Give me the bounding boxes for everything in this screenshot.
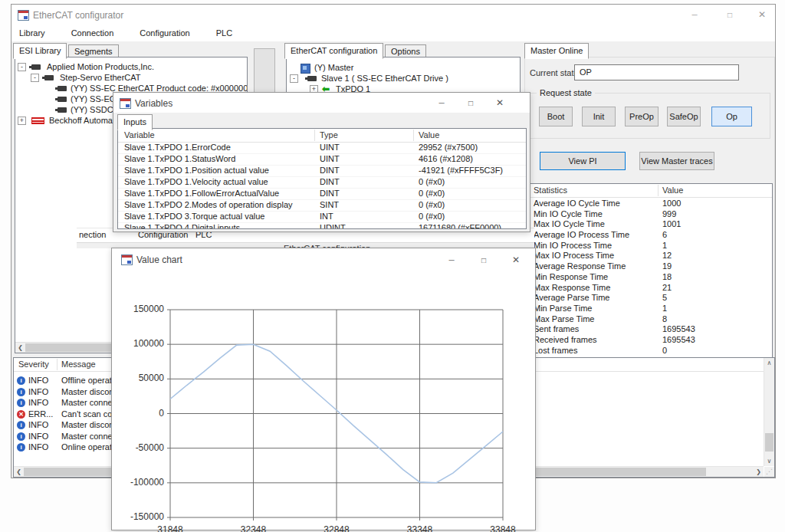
variable-row[interactable]: Slave 1.TxPDO 1.ErrorCodeUINT29952 (#x75… [118, 143, 526, 154]
log-vscrollbar[interactable]: ∧ ∨ [764, 358, 774, 466]
value-chart-window: Value chart ─ □ ✕ 150000100000500000-500… [111, 248, 536, 530]
maximize-icon[interactable]: □ [720, 8, 740, 22]
collapse-icon[interactable]: - [290, 74, 298, 83]
statistics-row[interactable]: Average Response Time19 [527, 261, 772, 272]
menu-item-configuration[interactable]: Configuration [132, 25, 197, 38]
collapse-icon[interactable]: - [18, 63, 26, 71]
minimize-icon[interactable]: ─ [432, 96, 452, 110]
column-divider[interactable] [314, 130, 315, 141]
message-col-header[interactable]: Message [61, 360, 96, 369]
severity-col-header[interactable]: Severity [18, 360, 49, 369]
tab-inputs[interactable]: Inputs [117, 114, 153, 130]
tree-item[interactable]: -Applied Motion Products,Inc. [15, 61, 247, 72]
minimize-icon[interactable]: ─ [685, 8, 705, 22]
scroll-left-icon[interactable]: ❮ [14, 467, 24, 477]
boot-state-button[interactable]: Boot [539, 107, 573, 126]
maximize-icon[interactable]: □ [474, 253, 494, 268]
close-icon[interactable]: ✕ [752, 8, 772, 22]
view-pi-button[interactable]: View PI [540, 152, 626, 170]
minimize-icon[interactable]: ─ [442, 253, 461, 268]
statistics-row[interactable]: Average Parse Time5 [527, 293, 772, 304]
variable-row[interactable]: Slave 1.TxPDO 4.Digital inputsUDINT16711… [118, 223, 526, 229]
statistics-row[interactable]: Sent frames1695543 [527, 324, 772, 335]
column-divider[interactable] [658, 185, 659, 196]
stat-label: Received frames [534, 335, 597, 344]
y-tick-label: -100000 [115, 477, 164, 488]
statistics-row[interactable]: Average IO Process Time6 [527, 230, 772, 241]
tab-esi-library[interactable]: ESI Library [13, 43, 67, 59]
view-master-traces-button[interactable]: View Master traces [639, 152, 714, 170]
statistics-row[interactable]: Min Parse Time1 [527, 304, 772, 314]
stat-label: Max Parse Time [534, 314, 594, 323]
tree-item[interactable]: -Slave 1 ( SS-EC EtherCAT Drive ) [287, 73, 520, 84]
statistics-col-header[interactable]: Statistics [534, 186, 567, 195]
background-menu-item[interactable]: nection [79, 230, 106, 239]
variable-value: 16711680 (#xFF0000) [419, 223, 501, 229]
variable-row[interactable]: Slave 1.TxPDO 1.FollowErrorActualValueDI… [118, 189, 526, 200]
main-titlebar[interactable]: EtherCAT configurator ─ □ ✕ [11, 5, 775, 25]
variable-name: Slave 1.TxPDO 1.FollowErrorActualValue [124, 189, 279, 198]
statistics-row[interactable]: Max Response Time21 [527, 283, 772, 294]
variable-row[interactable]: Slave 1.TxPDO 1.StatusWordUINT4616 (#x12… [118, 154, 526, 166]
statistics-row[interactable]: Received frames1695543 [527, 335, 772, 346]
app-icon [120, 98, 131, 109]
statistics-row[interactable]: Max IO Process Time12 [527, 251, 772, 261]
op-state-button[interactable]: Op [711, 107, 752, 126]
preop-state-button[interactable]: PreOp [625, 107, 659, 126]
value-col-header[interactable]: Value [662, 186, 683, 195]
log-severity: INFO [28, 442, 48, 452]
scroll-right-icon[interactable]: ❯ [754, 467, 764, 477]
tab-master-online[interactable]: Master Online [524, 43, 589, 59]
maximize-icon[interactable]: □ [461, 96, 481, 110]
scroll-down-icon[interactable]: ∨ [764, 456, 774, 466]
type-col-header[interactable]: Type [320, 130, 338, 140]
close-icon[interactable]: ✕ [506, 253, 526, 268]
statistics-row[interactable]: Min IO Process Time1 [527, 241, 772, 251]
log-severity: ERR... [28, 409, 53, 419]
variables-titlebar[interactable]: Variables ─ □ ✕ [113, 93, 530, 113]
menu-item-library[interactable]: Library [11, 25, 53, 38]
statistics-row[interactable]: Min Response Time18 [527, 272, 772, 283]
x-tick-label: 33348 [397, 524, 443, 532]
variable-col-header[interactable]: Variable [124, 130, 155, 140]
variables-rows: Slave 1.TxPDO 1.ErrorCodeUINT29952 (#x75… [118, 143, 526, 229]
tree-item[interactable]: -Step-Servo EtherCAT [15, 72, 247, 83]
resize-grip[interactable]: ⋰ [764, 467, 774, 477]
scroll-left-icon[interactable]: ❮ [15, 343, 25, 353]
expand-icon[interactable]: + [18, 117, 26, 125]
statistics-row[interactable]: Lost frames0 [527, 346, 772, 356]
menu-item-connection[interactable]: Connection [64, 25, 122, 38]
variables-window: Variables ─ □ ✕ Inputs Variable Type Val… [113, 92, 530, 232]
variable-name: Slave 1.TxPDO 1.Velocity actual value [124, 177, 268, 186]
chart-titlebar[interactable]: Value chart ─ □ ✕ [112, 248, 535, 271]
close-icon[interactable]: ✕ [490, 96, 510, 110]
menu-item-plc[interactable]: PLC [209, 25, 240, 38]
tree-item-label: Applied Motion Products,Inc. [47, 62, 154, 71]
tree-item[interactable]: (Y) Master [287, 62, 520, 73]
collapse-icon[interactable]: - [31, 74, 39, 82]
x-tick-label: 32348 [231, 524, 277, 532]
scroll-up-icon[interactable]: ∧ [764, 358, 774, 368]
safeop-state-button[interactable]: SafeOp [667, 107, 701, 126]
variable-row[interactable]: Slave 1.TxPDO 3.Torque actual valueINT0 … [118, 212, 526, 223]
value-col-header[interactable]: Value [419, 130, 439, 140]
statistics-row[interactable]: Average IO Cycle Time1000 [527, 199, 772, 209]
y-tick-label: 150000 [115, 304, 164, 314]
statistics-row[interactable]: Max IO Cycle Time1001 [527, 219, 772, 230]
current-state-field[interactable]: OP [574, 64, 739, 80]
log-severity: INFO [28, 432, 48, 441]
variable-row[interactable]: Slave 1.TxPDO 1.Position actual valueDIN… [118, 166, 526, 177]
variable-type: DINT [320, 166, 340, 175]
x-tick-label: 33848 [480, 524, 526, 532]
tab-ethercat-configuration[interactable]: EtherCAT configuration [284, 43, 383, 59]
column-divider[interactable] [413, 130, 414, 141]
statistics-row[interactable]: Min IO Cycle Time999 [527, 209, 772, 220]
variable-row[interactable]: Slave 1.TxPDO 2.Modes of operation displ… [118, 200, 526, 212]
variable-row[interactable]: Slave 1.TxPDO 1.Velocity actual valueDIN… [118, 177, 526, 189]
statistics-row[interactable]: Max Parse Time8 [527, 314, 772, 325]
init-state-button[interactable]: Init [582, 107, 616, 126]
column-divider[interactable] [57, 359, 57, 370]
scroll-thumb[interactable] [765, 433, 774, 452]
variable-value: 29952 (#x7500) [419, 143, 478, 152]
stat-value: 1 [662, 241, 667, 250]
